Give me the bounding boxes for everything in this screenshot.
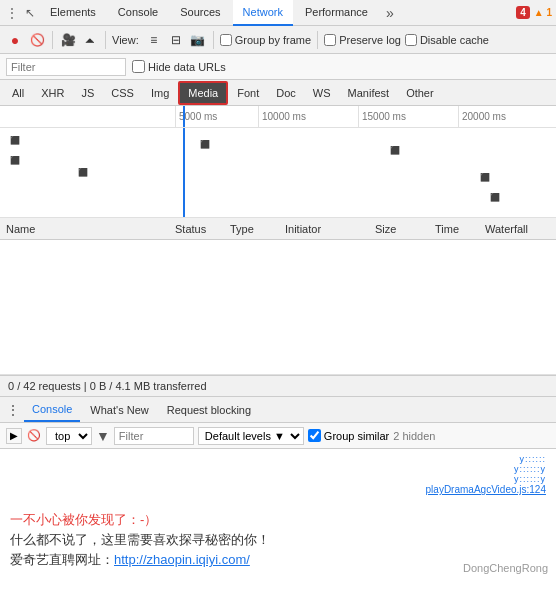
waterfall-blue-line (183, 128, 185, 217)
screenshot-view-button[interactable]: 📷 (189, 31, 207, 49)
sub-tab-manifest[interactable]: Manifest (340, 81, 398, 105)
disable-cache-group: Disable cache (405, 34, 489, 46)
filter-button[interactable]: ⏶ (81, 31, 99, 49)
toolbar-divider-1 (52, 31, 53, 49)
view-label: View: (112, 34, 139, 46)
toolbar-divider-4 (317, 31, 318, 49)
sub-tab-css[interactable]: CSS (103, 81, 142, 105)
disable-cache-label: Disable cache (420, 34, 489, 46)
sub-tab-bar: All XHR JS CSS Img Media Font Doc WS Man… (0, 80, 556, 106)
status-text: 0 / 42 requests | 0 B / 4.1 MB transferr… (8, 380, 207, 392)
tab-sources[interactable]: Sources (170, 0, 230, 26)
dot-indicator-4: ⬛ (78, 168, 88, 177)
group-similar-checkbox[interactable] (308, 429, 321, 442)
group-similar-group: Group similar (308, 429, 389, 442)
col-time-header[interactable]: Time (435, 223, 485, 235)
tab-elements[interactable]: Elements (40, 0, 106, 26)
toolbar-divider-3 (213, 31, 214, 49)
filter-input[interactable] (6, 58, 126, 76)
console-text-line-3: 爱奇艺直聘网址：http://zhaopin.iqiyi.com/ (10, 551, 270, 569)
marker-5000: 5000 ms (175, 106, 217, 127)
console-content: y:::::: y::::::y y::::::y playDramaAgcVi… (0, 449, 556, 579)
console-menu-icon[interactable]: ⋮ (4, 402, 22, 418)
clear-button[interactable]: 🚫 (28, 31, 46, 49)
dots-line-3: y::::::y (426, 474, 546, 484)
group-by-frame-group: Group by frame (220, 34, 311, 46)
preserve-log-label: Preserve log (339, 34, 401, 46)
marker-20000: 20000 ms (458, 106, 506, 127)
tab-performance[interactable]: Performance (295, 0, 378, 26)
filter-bar: Hide data URLs (0, 54, 556, 80)
group-by-frame-label: Group by frame (235, 34, 311, 46)
waterfall-area: ⬛ ⬛ ⬛ ⬛ ⬛ ⬛ ⬛ (0, 128, 556, 218)
console-execute-icon[interactable]: ▶ (6, 428, 22, 444)
console-waterfall-dots: y:::::: y::::::y y::::::y playDramaAgcVi… (426, 454, 546, 495)
inspect-icon[interactable]: ↖ (22, 5, 38, 21)
sub-tab-ws[interactable]: WS (305, 81, 339, 105)
console-text-line-1: 一不小心被你发现了：-） (10, 511, 270, 529)
more-tabs-button[interactable]: » (380, 3, 400, 23)
col-name-header[interactable]: Name (0, 223, 175, 235)
console-toolbar: ▶ 🚫 top ▼ Default levels ▼ Group similar… (0, 423, 556, 449)
dot-indicator-2: ⬛ (10, 156, 20, 165)
console-clear-icon[interactable]: 🚫 (26, 428, 42, 444)
disable-cache-checkbox[interactable] (405, 34, 417, 46)
sub-tab-js[interactable]: JS (73, 81, 102, 105)
toolbar-divider-2 (105, 31, 106, 49)
context-dropdown-icon[interactable]: ▼ (96, 428, 110, 444)
dot-indicator-7: ⬛ (490, 193, 500, 202)
hide-data-urls-label: Hide data URLs (148, 61, 226, 73)
console-file-link[interactable]: playDramaAgcVideo.js:124 (426, 484, 546, 495)
hide-data-urls-group: Hide data URLs (132, 60, 226, 73)
console-author: DongChengRong (463, 562, 548, 574)
context-select[interactable]: top (46, 427, 92, 445)
dots-line-1: y:::::: (426, 454, 546, 464)
status-bar: 0 / 42 requests | 0 B / 4.1 MB transferr… (0, 375, 556, 397)
console-tab-bar: ⋮ Console What's New Request blocking (0, 397, 556, 423)
sub-tab-media[interactable]: Media (178, 81, 228, 105)
console-text-block: 一不小心被你发现了：-） 什么都不说了，这里需要喜欢探寻秘密的你！ 爱奇艺直聘网… (10, 511, 270, 569)
network-content-area (0, 240, 556, 375)
hidden-count: 2 hidden (393, 430, 435, 442)
list-view-button[interactable]: ≡ (145, 31, 163, 49)
marker-10000: 10000 ms (258, 106, 306, 127)
sub-tab-font[interactable]: Font (229, 81, 267, 105)
preserve-log-group: Preserve log (324, 34, 401, 46)
devtools-icon[interactable]: ⋮ (4, 5, 20, 21)
sub-tab-all[interactable]: All (4, 81, 32, 105)
console-url-link[interactable]: http://zhaopin.iqiyi.com/ (114, 552, 250, 567)
group-by-frame-checkbox[interactable] (220, 34, 232, 46)
grid-view-button[interactable]: ⊟ (167, 31, 185, 49)
level-select[interactable]: Default levels ▼ (198, 427, 304, 445)
col-waterfall-header[interactable]: Waterfall (485, 223, 556, 235)
sub-tab-img[interactable]: Img (143, 81, 177, 105)
console-tab-console[interactable]: Console (24, 398, 80, 422)
tab-network[interactable]: Network (233, 0, 293, 26)
tab-console[interactable]: Console (108, 0, 168, 26)
console-tab-whats-new[interactable]: What's New (82, 398, 156, 422)
camera-button[interactable]: 🎥 (59, 31, 77, 49)
sub-tab-doc[interactable]: Doc (268, 81, 304, 105)
group-similar-label: Group similar (324, 430, 389, 442)
error-badge: 4 (516, 6, 530, 19)
col-status-header[interactable]: Status (175, 223, 230, 235)
timeline-ruler: 5000 ms 10000 ms 15000 ms 20000 ms (0, 106, 556, 128)
main-tab-bar: ⋮ ↖ Elements Console Sources Network Per… (0, 0, 556, 26)
console-filter-input[interactable] (114, 427, 194, 445)
preserve-log-checkbox[interactable] (324, 34, 336, 46)
sub-tab-other[interactable]: Other (398, 81, 442, 105)
record-button[interactable]: ● (6, 31, 24, 49)
sub-tab-xhr[interactable]: XHR (33, 81, 72, 105)
timeline-blue-line (183, 106, 185, 127)
marker-15000: 15000 ms (358, 106, 406, 127)
dot-indicator-3: ⬛ (200, 140, 210, 149)
col-size-header[interactable]: Size (375, 223, 435, 235)
col-initiator-header[interactable]: Initiator (285, 223, 375, 235)
col-type-header[interactable]: Type (230, 223, 285, 235)
hide-data-urls-checkbox[interactable] (132, 60, 145, 73)
dots-line-2: y::::::y (426, 464, 546, 474)
console-tab-request-blocking[interactable]: Request blocking (159, 398, 259, 422)
dot-indicator-1: ⬛ (10, 136, 20, 145)
dot-indicator-5: ⬛ (390, 146, 400, 155)
dot-indicator-6: ⬛ (480, 173, 490, 182)
